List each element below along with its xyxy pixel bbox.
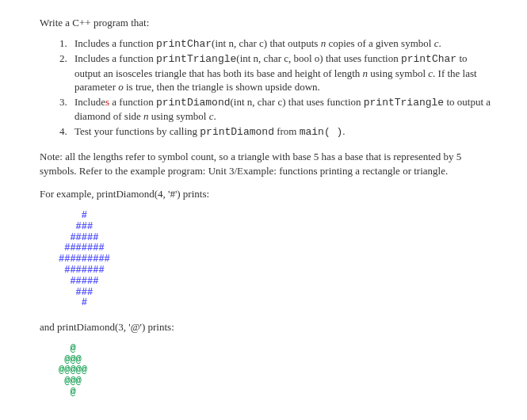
code-text: printChar [401,53,456,65]
text: Include [74,96,105,108]
text: is true, then the triangle is shown upsi… [124,81,320,93]
code-text: main( ) [300,126,343,138]
text: using symbol [149,110,209,122]
note-text: Note: all the lengths refer to symbol co… [40,150,495,178]
example-intro: For example, printDiamond(4, '#') prints… [40,187,495,201]
text: (int n, char c) that uses function [231,96,364,108]
text: Includes a function [74,52,156,64]
list-item: Test your functions by calling printDiam… [70,124,495,139]
code-text: printDiamond [200,126,274,138]
text: . [438,37,441,49]
text: . [342,125,345,137]
list-item: Includes a function printDiamond(int n, … [70,95,495,124]
text: (int n, char c) that outputs [212,37,321,49]
list-item: Includes a function printChar(int n, cha… [70,36,495,52]
text: using symbol [368,67,428,79]
code-text: printTriangle [156,53,236,65]
list-item: Includes a function printTriangle(int n,… [70,52,495,94]
diamond-output-1: # ### ##### ####### ######### ####### ##… [59,211,495,309]
code-text: printTriangle [364,97,444,109]
text: . [214,110,216,122]
intro-text: Write a C++ program that: [40,16,495,30]
text: a function [109,96,156,108]
code-text: printDiamond [156,97,231,109]
text: copies of a given symbol [326,37,433,49]
text: (int n, char c, bool o) that uses functi… [236,52,401,64]
text: Includes a function [74,37,156,49]
text: from [274,125,300,137]
text: Test your functions by calling [74,125,200,137]
example-intro-2: and printDiamond(3, '@') prints: [40,320,495,334]
code-text: printChar [156,38,212,50]
requirements-list: Includes a function printChar(int n, cha… [40,36,495,139]
diamond-output-2: @ @@@ @@@@@ @@@ @ [59,344,495,399]
